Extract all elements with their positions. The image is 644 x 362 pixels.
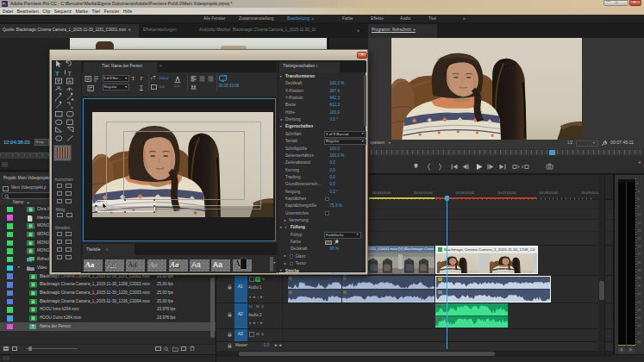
svg-text:T: T [68,71,72,77]
svg-text:T: T [31,324,34,329]
svg-text:T: T [55,70,59,78]
